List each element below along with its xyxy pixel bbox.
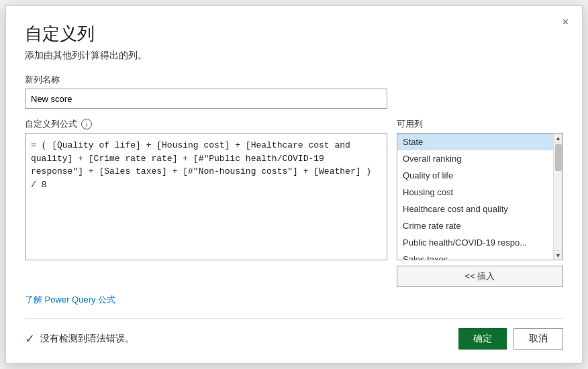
dialog-title: 自定义列 xyxy=(25,22,563,46)
right-panel: 可用列 StateOverall rankingQuality of lifeH… xyxy=(397,118,563,287)
list-item[interactable]: Quality of life xyxy=(397,167,562,184)
insert-button[interactable]: << 插入 xyxy=(397,266,563,287)
list-item[interactable]: Healthcare cost and quality xyxy=(397,201,562,217)
validation-text: 没有检测到语法错误。 xyxy=(40,333,134,345)
main-area: 自定义列公式 i = ( [Quality of life] + [Housin… xyxy=(25,118,563,287)
formula-container: 自定义列公式 i = ( [Quality of life] + [Housin… xyxy=(25,118,387,263)
check-icon: ✓ xyxy=(25,331,35,346)
formula-input[interactable]: = ( [Quality of life] + [Housing cost] +… xyxy=(25,133,387,260)
available-columns-label: 可用列 xyxy=(397,118,563,130)
ok-button[interactable]: 确定 xyxy=(458,328,507,350)
formula-label: 自定义列公式 i xyxy=(25,118,387,130)
list-item[interactable]: Public health/COVID-19 respo... xyxy=(397,234,562,251)
cancel-button[interactable]: 取消 xyxy=(513,328,563,350)
columns-list: StateOverall rankingQuality of lifeHousi… xyxy=(397,134,562,260)
info-icon: i xyxy=(81,119,92,129)
list-item[interactable]: Sales taxes xyxy=(397,251,562,260)
new-column-label: 新列名称 xyxy=(25,74,563,86)
close-button[interactable]: × xyxy=(558,14,573,30)
columns-list-container: StateOverall rankingQuality of lifeHousi… xyxy=(397,133,563,260)
list-item[interactable]: Housing cost xyxy=(397,184,562,201)
footer-buttons: 确定 取消 xyxy=(458,328,563,350)
learn-link[interactable]: 了解 Power Query 公式 xyxy=(25,294,115,306)
scrollbar-down-button[interactable]: ▼ xyxy=(554,250,563,260)
list-item[interactable]: Crime rate rate xyxy=(397,217,562,234)
dialog-subtitle: 添加由其他列计算得出的列。 xyxy=(25,50,563,62)
new-column-input[interactable] xyxy=(25,89,387,109)
validation-status: ✓ 没有检测到语法错误。 xyxy=(25,331,134,346)
list-item[interactable]: Overall ranking xyxy=(397,150,562,167)
custom-column-dialog: × 自定义列 添加由其他列计算得出的列。 新列名称 自定义列公式 i = ( [… xyxy=(5,5,583,364)
footer: ✓ 没有检测到语法错误。 确定 取消 xyxy=(25,318,563,350)
scrollbar-track: ▲ ▼ xyxy=(553,134,562,260)
scrollbar-up-button[interactable]: ▲ xyxy=(554,134,563,143)
list-item[interactable]: State xyxy=(397,134,562,150)
scrollbar-thumb[interactable] xyxy=(555,144,562,171)
